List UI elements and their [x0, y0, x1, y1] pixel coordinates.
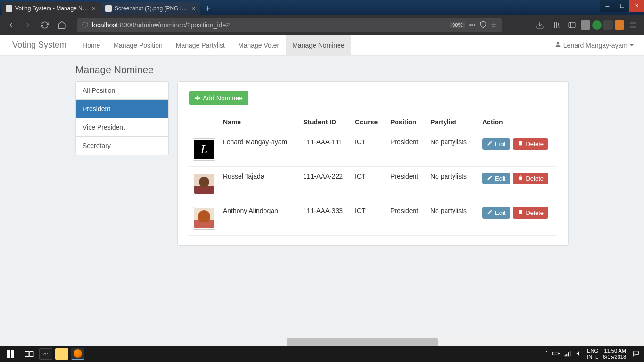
tray-language[interactable]: ENG INTL — [587, 348, 598, 360]
reload-button[interactable] — [38, 18, 52, 32]
sidebar-item-secretary[interactable]: Secretary — [76, 137, 168, 155]
pencil-icon — [487, 140, 493, 148]
system-tray: ˆ ENG INTL 11:50 AM 6/15/2018 — [545, 348, 644, 360]
cell-partylist: No partylists — [427, 167, 479, 201]
svg-rect-7 — [553, 352, 558, 355]
pencil-icon — [487, 175, 493, 182]
delete-button[interactable]: Delete — [513, 138, 548, 150]
close-tab-icon[interactable]: × — [91, 5, 97, 12]
user-menu[interactable]: Lenard Mangay-ayam — [550, 41, 638, 49]
th-partylist: Partylist — [427, 114, 479, 132]
add-nominee-button[interactable]: ✚ Add Nominee — [189, 91, 248, 105]
browser-tab-1[interactable]: Screenshot (7).png (PNG Imag × — [101, 2, 200, 15]
close-tab-icon[interactable]: × — [190, 5, 197, 12]
edit-label: Edit — [495, 209, 505, 216]
scrollbar-thumb[interactable] — [287, 338, 438, 346]
trash-icon — [518, 140, 523, 148]
tray-notifications-icon[interactable] — [631, 350, 641, 358]
svg-rect-0 — [569, 22, 575, 28]
table-row: L Lenard Mangay-ayam 111-AAA-111 ICT Pre… — [189, 132, 557, 167]
more-icon[interactable]: ••• — [469, 21, 476, 29]
extension-icon[interactable] — [603, 20, 613, 30]
cell-course: ICT — [351, 132, 387, 167]
window-minimize-button[interactable]: ─ — [600, 0, 615, 12]
forward-button[interactable] — [21, 18, 35, 32]
tray-network-icon[interactable] — [564, 350, 571, 358]
page-viewport: Voting System Home Manage Position Manag… — [0, 35, 644, 346]
nav-manage-partylist[interactable]: Manage Partylist — [169, 35, 231, 56]
th-student-id: Student ID — [299, 114, 351, 132]
position-sidebar: All Position President Vice President Se… — [75, 81, 169, 155]
zoom-indicator[interactable]: 90% — [450, 22, 465, 28]
info-icon[interactable]: ⓘ — [82, 21, 88, 29]
svg-rect-11 — [568, 352, 569, 356]
th-name: Name — [219, 114, 299, 132]
downloads-icon[interactable] — [533, 18, 547, 32]
delete-label: Delete — [526, 209, 544, 216]
user-name: Lenard Mangay-ayam — [563, 41, 627, 49]
sidebar-item-vice-president[interactable]: Vice President — [76, 118, 168, 137]
tray-chevron-up-icon[interactable]: ˆ — [545, 351, 547, 357]
sidebar-item-all-position[interactable]: All Position — [76, 82, 168, 100]
nav-manage-voter[interactable]: Manage Voter — [231, 35, 286, 56]
browser-tab-0[interactable]: Voting System - Manage Nominee × — [2, 2, 101, 15]
taskbar-app-cmd[interactable]: C:\ — [39, 348, 52, 360]
tab-label: Screenshot (7).png (PNG Imag — [115, 5, 188, 12]
tab-label: Voting System - Manage Nominee — [15, 5, 89, 12]
th-avatar — [189, 114, 219, 132]
cell-student-id: 111-AAA-333 — [299, 201, 351, 236]
cell-course: ICT — [351, 201, 387, 236]
plus-icon: ✚ — [195, 94, 200, 102]
extension-icon[interactable] — [592, 20, 602, 30]
browser-tab-strip: Voting System - Manage Nominee × Screens… — [0, 0, 644, 15]
trash-icon — [518, 175, 523, 182]
th-course: Course — [351, 114, 387, 132]
tray-volume-icon[interactable] — [576, 350, 582, 358]
start-button[interactable] — [0, 346, 21, 362]
tray-battery-icon[interactable] — [552, 351, 560, 358]
taskbar-app-explorer[interactable] — [55, 348, 68, 360]
browser-toolbar: ⓘ localhost:8000/admin#/nominee/?positio… — [0, 15, 644, 35]
extension-icon[interactable] — [581, 20, 590, 30]
menu-icon[interactable] — [626, 18, 640, 32]
cell-name: Anthony Alindogan — [219, 201, 299, 236]
th-action: Action — [479, 114, 557, 132]
sidebar-item-president[interactable]: President — [76, 100, 168, 118]
add-nominee-label: Add Nominee — [203, 94, 243, 102]
navbar-brand[interactable]: Voting System — [6, 40, 73, 50]
edit-label: Edit — [495, 175, 505, 182]
delete-label: Delete — [526, 175, 544, 182]
svg-rect-8 — [559, 353, 560, 354]
delete-button[interactable]: Delete — [513, 207, 548, 219]
address-bar[interactable]: ⓘ localhost:8000/admin#/nominee/?positio… — [77, 18, 502, 32]
nav-home[interactable]: Home — [76, 35, 107, 56]
edit-button[interactable]: Edit — [482, 207, 510, 219]
new-tab-button[interactable]: + — [201, 2, 215, 15]
horizontal-scrollbar[interactable] — [283, 338, 644, 346]
sidebar-icon[interactable] — [565, 18, 579, 32]
bookmark-star-icon[interactable]: ☆ — [491, 21, 497, 29]
back-button[interactable] — [4, 18, 18, 32]
avatar — [193, 207, 215, 230]
taskbar-app-firefox[interactable] — [71, 348, 84, 360]
cell-partylist: No partylists — [427, 132, 479, 167]
home-button[interactable] — [55, 18, 69, 32]
window-maximize-button[interactable]: ☐ — [615, 0, 629, 12]
window-close-button[interactable]: ✕ — [629, 0, 644, 12]
delete-button[interactable]: Delete — [513, 173, 548, 184]
nav-manage-nominee[interactable]: Manage Nominee — [286, 35, 351, 56]
edit-button[interactable]: Edit — [482, 138, 510, 150]
page-favicon — [105, 5, 112, 12]
edit-button[interactable]: Edit — [482, 173, 510, 184]
user-icon — [555, 41, 561, 49]
delete-label: Delete — [526, 140, 544, 148]
page-title: Manage Nominee — [75, 64, 569, 75]
tray-clock[interactable]: 11:50 AM 6/15/2018 — [603, 348, 626, 360]
library-icon[interactable] — [549, 18, 563, 32]
extension-icon[interactable] — [615, 20, 624, 30]
nav-manage-position[interactable]: Manage Position — [107, 35, 169, 56]
cell-position: President — [387, 167, 427, 201]
task-view-button[interactable] — [21, 346, 38, 362]
reader-icon[interactable] — [479, 21, 487, 30]
avatar — [193, 173, 215, 195]
